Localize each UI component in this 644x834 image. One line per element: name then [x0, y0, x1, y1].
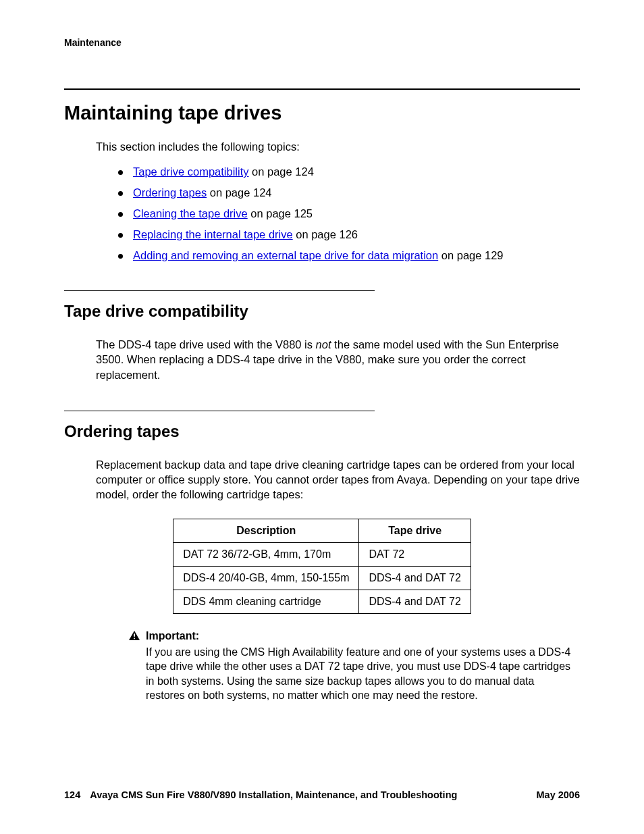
table-cell: DDS 4mm cleaning cartridge — [173, 590, 359, 613]
note-label: Important: — [146, 630, 199, 642]
paragraph: The DDS-4 tape drive used with the V880 … — [96, 337, 580, 382]
table-cell: DDS-4 and DAT 72 — [359, 590, 471, 613]
note-text: If you are using the CMS High Availabili… — [146, 645, 573, 703]
table-cell: DAT 72 36/72-GB, 4mm, 170m — [173, 542, 359, 566]
topic-suffix: on page 124 — [207, 186, 271, 199]
cartridge-table: Description Tape drive DAT 72 36/72-GB, … — [173, 519, 471, 614]
table-cell: DAT 72 — [359, 542, 471, 566]
topic-suffix: on page 124 — [249, 165, 314, 178]
table-cell: DDS-4 20/40-GB, 4mm, 150-155m — [173, 566, 359, 590]
topic-link[interactable]: Ordering tapes — [133, 186, 207, 199]
table-cell: DDS-4 and DAT 72 — [359, 566, 471, 590]
subsection-heading: Tape drive compatibility — [64, 302, 580, 321]
text-run: The DDS-4 tape drive used with the V880 … — [96, 338, 316, 350]
topic-link[interactable]: Adding and removing an external tape dri… — [133, 249, 438, 261]
list-item: Cleaning the tape drive on page 125 — [118, 207, 580, 220]
important-note: Important: If you are using the CMS High… — [128, 630, 573, 703]
subsection-divider — [64, 290, 375, 291]
topic-suffix: on page 126 — [293, 228, 358, 240]
section-divider — [64, 88, 580, 90]
list-item: Ordering tapes on page 124 — [118, 186, 580, 199]
table-header-row: Description Tape drive — [173, 519, 471, 542]
table-header-cell: Tape drive — [359, 519, 471, 542]
paragraph: Replacement backup data and tape drive c… — [96, 457, 580, 502]
list-item: Replacing the internal tape drive on pag… — [118, 228, 580, 241]
topic-link[interactable]: Cleaning the tape drive — [133, 207, 248, 219]
footer-title: Avaya CMS Sun Fire V880/V890 Installatio… — [90, 789, 457, 800]
footer-date: May 2006 — [537, 789, 581, 800]
topic-list: Tape drive compatibility on page 124 Ord… — [118, 165, 580, 262]
running-header: Maintenance — [64, 37, 580, 48]
page-title: Maintaining tape drives — [64, 102, 580, 124]
list-item: Tape drive compatibility on page 124 — [118, 165, 580, 178]
page-number: 124 — [64, 789, 80, 800]
table-header-cell: Description — [173, 519, 359, 542]
topic-link[interactable]: Replacing the internal tape drive — [133, 228, 293, 240]
svg-rect-1 — [134, 633, 135, 636]
emphasis: not — [316, 338, 331, 350]
table-row: DDS-4 20/40-GB, 4mm, 150-155m DDS-4 and … — [173, 566, 471, 590]
table-row: DAT 72 36/72-GB, 4mm, 170m DAT 72 — [173, 542, 471, 566]
topic-link[interactable]: Tape drive compatibility — [133, 165, 249, 178]
topic-suffix: on page 129 — [438, 249, 503, 261]
svg-rect-2 — [134, 637, 135, 639]
topic-suffix: on page 125 — [248, 207, 313, 219]
table-row: DDS 4mm cleaning cartridge DDS-4 and DAT… — [173, 590, 471, 613]
warning-icon — [128, 630, 140, 641]
subsection-divider — [64, 411, 375, 411]
page-footer: 124 Avaya CMS Sun Fire V880/V890 Install… — [64, 789, 580, 800]
list-item: Adding and removing an external tape dri… — [118, 249, 580, 262]
subsection-heading: Ordering tapes — [64, 422, 580, 441]
intro-paragraph: This section includes the following topi… — [96, 140, 580, 153]
